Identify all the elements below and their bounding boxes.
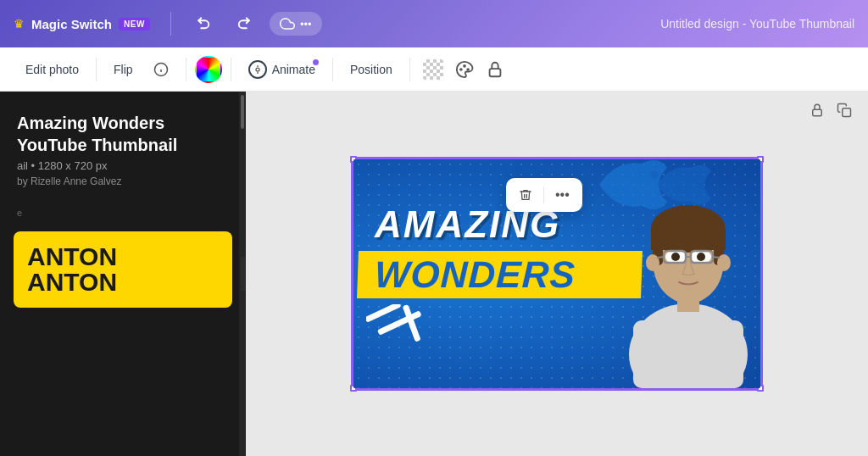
context-delete-button[interactable] [516, 186, 535, 204]
svg-rect-9 [489, 69, 500, 76]
svg-point-3 [256, 68, 259, 71]
edit-photo-button[interactable]: Edit photo [17, 58, 87, 81]
sidebar-info: Amazing Wonders YouTube Thumbnail ail • … [0, 92, 246, 208]
person-photo [616, 159, 760, 388]
animate-icon [248, 60, 267, 79]
cloud-save-button[interactable]: ••• [270, 12, 322, 36]
context-menu: ••• [506, 178, 582, 212]
main-area: Amazing Wonders YouTube Thumbnail ail • … [0, 92, 868, 456]
wonders-band: WONDERS [357, 251, 643, 298]
sidebar-dimensions: ail • 1280 x 720 px [17, 159, 229, 172]
context-menu-divider [543, 186, 544, 203]
svg-point-33 [671, 253, 680, 261]
sidebar-panel-label: e [14, 208, 232, 218]
yellow-card-text-1: ANTON [27, 244, 117, 270]
transparency-button[interactable] [419, 55, 448, 84]
lock-button[interactable] [481, 56, 509, 83]
svg-rect-17 [633, 320, 743, 388]
thumbnail-wrapper[interactable]: AMAZING WONDERS [351, 157, 763, 391]
svg-line-31 [657, 257, 664, 258]
canvas-lock-icons [807, 100, 854, 124]
document-title: Untitled design - YouTube Thumbnail [660, 17, 854, 31]
sidebar-template-title: Amazing Wonders YouTube Thumbnail [17, 112, 229, 156]
svg-line-32 [713, 257, 720, 258]
toolbar-divider-4 [332, 58, 333, 81]
position-button[interactable]: Position [342, 58, 401, 81]
animate-dot [313, 59, 319, 65]
wonders-text: WONDERS [374, 256, 626, 293]
flip-button[interactable]: Flip [105, 58, 142, 81]
cloud-dots: ••• [300, 18, 312, 31]
sidebar-preview-cards: e ANTON ANTON [0, 208, 246, 308]
style-button[interactable] [451, 56, 478, 83]
brand-name: Magic Switch [31, 17, 112, 31]
svg-point-7 [464, 64, 465, 66]
toolbar-divider-1 [96, 58, 97, 81]
sidebar-scroll-thumb [241, 95, 244, 129]
sidebar-collapse-button[interactable]: ‹ [241, 257, 246, 291]
crown-icon: ♛ [14, 17, 25, 31]
svg-point-34 [697, 253, 705, 261]
canvas-copy-button[interactable] [834, 100, 854, 124]
color-palette-button[interactable] [195, 56, 222, 83]
canvas-area[interactable]: AMAZING WONDERS [246, 92, 868, 456]
sidebar: Amazing Wonders YouTube Thumbnail ail • … [0, 92, 246, 456]
info-button[interactable] [145, 57, 177, 82]
person-body [616, 159, 760, 388]
yellow-card-content: ANTON ANTON [27, 244, 117, 295]
toolbar-divider-5 [409, 58, 410, 81]
toolbar: Edit photo Flip Animate Position [0, 47, 868, 92]
redo-button[interactable] [231, 13, 256, 35]
canvas-lock-button[interactable] [807, 100, 827, 124]
transparency-icon [423, 59, 443, 80]
yellow-card-text-2: ANTON [27, 270, 117, 295]
new-badge: NEW [119, 18, 150, 31]
toolbar-divider-3 [231, 58, 231, 81]
nav-divider-1 [170, 12, 171, 36]
svg-point-6 [460, 69, 462, 70]
sidebar-yellow-card[interactable]: ANTON ANTON [14, 231, 232, 308]
slash-decorations [366, 304, 434, 367]
svg-rect-10 [813, 109, 822, 116]
animate-button[interactable]: Animate [240, 55, 324, 84]
thumbnail-canvas: AMAZING WONDERS [353, 159, 760, 388]
magic-switch-area: ♛ Magic Switch NEW [14, 17, 150, 31]
top-navbar: ♛ Magic Switch NEW ••• Untitled design -… [0, 0, 868, 47]
svg-rect-11 [843, 108, 851, 117]
undo-button[interactable] [192, 13, 217, 35]
context-more-button[interactable]: ••• [553, 185, 572, 205]
sidebar-author: by Rizelle Anne Galvez [17, 175, 229, 187]
svg-point-8 [467, 69, 469, 70]
animate-label: Animate [272, 63, 315, 76]
svg-rect-13 [366, 304, 402, 323]
toolbar-divider-2 [186, 58, 186, 81]
context-more-dots: ••• [555, 187, 570, 203]
